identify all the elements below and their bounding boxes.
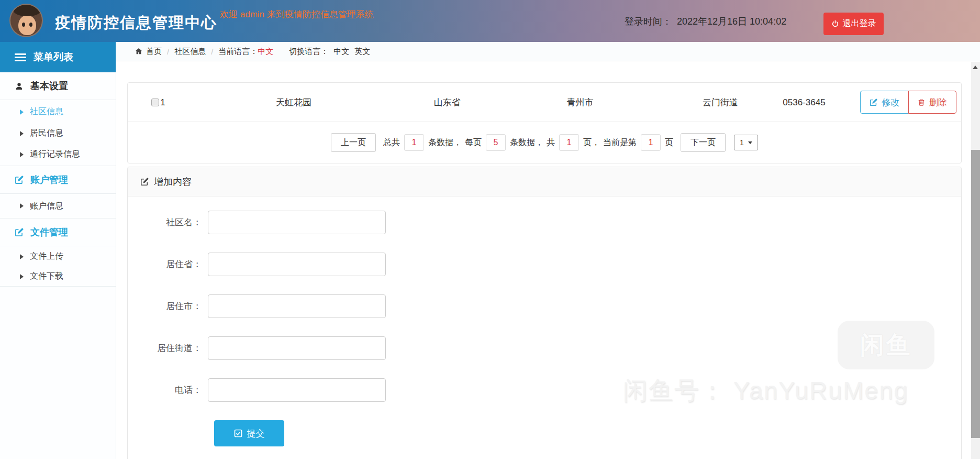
page-select-value: 1	[740, 138, 744, 147]
login-time-label: 登录时间：	[625, 16, 672, 27]
caret-right-icon	[20, 203, 24, 209]
sidebar-menu-title-label: 菜单列表	[34, 50, 73, 64]
submit-button-label: 提交	[247, 428, 265, 440]
pagination-total-suffix: 条数据，	[428, 137, 462, 148]
row-checkbox[interactable]	[151, 99, 159, 106]
pagination-total-prefix: 总共	[383, 137, 400, 148]
cell-phone: 0536-3645	[783, 83, 825, 122]
form-row-street: 居住街道：	[128, 336, 961, 360]
breadcrumb: 首页 / 社区信息 / 当前语言： 中文 切换语言： 中文 英文	[116, 42, 980, 61]
street-label: 居住街道：	[128, 342, 208, 354]
breadcrumb-separator: /	[167, 47, 169, 56]
edit-icon	[15, 228, 24, 237]
pagination-pages-suffix: 页，	[583, 137, 600, 148]
sidebar-item-label: 账户信息	[30, 201, 63, 212]
province-label: 居住省：	[128, 258, 208, 270]
sidebar-item-label: 文件上传	[30, 251, 63, 262]
switch-language-label: 切换语言：	[289, 47, 328, 57]
caret-right-icon	[20, 254, 24, 259]
row-actions: 修改 删除	[860, 91, 956, 114]
caret-right-icon	[20, 110, 24, 115]
sidebar-section-label: 基本设置	[30, 80, 68, 92]
prev-page-button[interactable]: 上一页	[331, 133, 376, 152]
sidebar-section-label: 文件管理	[30, 226, 68, 238]
sidebar-item-resident-info[interactable]: 居民信息	[0, 124, 116, 143]
trash-icon	[918, 99, 925, 106]
sidebar-section-label: 账户管理	[30, 173, 68, 186]
sidebar-item-label: 社区信息	[30, 106, 63, 117]
phone-label: 电话：	[128, 384, 208, 396]
login-time: 登录时间：2022年12月16日 10:04:02	[625, 15, 786, 28]
form-row-phone: 电话：	[128, 378, 961, 402]
street-input[interactable]	[208, 336, 386, 360]
community-name-input[interactable]	[208, 211, 386, 234]
sidebar-section-basic-settings[interactable]: 基本设置	[0, 72, 116, 100]
total-count-box[interactable]: 1	[404, 134, 424, 151]
breadcrumb-separator: /	[211, 47, 213, 56]
next-page-button[interactable]: 下一页	[681, 133, 726, 152]
pagination-pages-prefix: 共	[547, 137, 555, 148]
add-content-header: 增加内容	[128, 167, 961, 196]
pages-count-box[interactable]: 1	[559, 134, 579, 151]
language-option-en[interactable]: 英文	[354, 47, 370, 57]
avatar-eye	[22, 23, 25, 27]
scrollbar-thumb[interactable]	[971, 150, 980, 438]
hamburger-icon	[15, 52, 26, 63]
pagination-current-prefix: 当前是第	[603, 137, 637, 148]
sidebar-item-label: 居民信息	[30, 128, 63, 139]
vertical-scrollbar[interactable]	[971, 62, 980, 459]
top-header: 疫情防控信息管理中心 欢迎 admin 来到疫情防控信息管理系统 登录时间：20…	[0, 0, 980, 42]
per-page-count-box[interactable]: 5	[486, 134, 506, 151]
language-option-zh[interactable]: 中文	[333, 47, 349, 57]
submit-button[interactable]: 提交	[214, 420, 284, 446]
table-row: 1 天虹花园 山东省 青州市 云门街道 0536-3645 修改	[128, 83, 961, 122]
sidebar-section-account-management[interactable]: 账户管理	[0, 166, 116, 194]
pagination-per-suffix: 条数据，	[510, 137, 543, 148]
breadcrumb-home[interactable]: 首页	[146, 47, 162, 57]
current-language-value: 中文	[258, 47, 273, 57]
current-page-box[interactable]: 1	[641, 134, 661, 151]
sidebar-item-label: 文件下载	[30, 271, 63, 282]
caret-right-icon	[20, 152, 24, 157]
add-content-title: 增加内容	[154, 176, 192, 188]
login-time-value: 2022年12月16日 10:04:02	[677, 16, 786, 27]
user-icon	[15, 82, 24, 91]
logout-button[interactable]: 退出登录	[823, 13, 884, 35]
sidebar-item-pass-records[interactable]: 通行记录信息	[0, 143, 116, 166]
breadcrumb-section[interactable]: 社区信息	[174, 47, 206, 57]
form-row-city: 居住市：	[128, 294, 961, 318]
sidebar-item-file-upload[interactable]: 文件上传	[0, 246, 116, 267]
cell-index: 1	[160, 83, 165, 122]
cell-community-name: 天虹花园	[276, 83, 311, 122]
caret-right-icon	[20, 131, 24, 136]
delete-button[interactable]: 删除	[908, 91, 956, 114]
community-table-panel: 1 天虹花园 山东省 青州市 云门街道 0536-3645 修改	[127, 82, 962, 163]
check-square-icon	[234, 429, 242, 438]
add-content-panel: 增加内容 社区名： 居住省： 居住市： 居住街道：	[127, 167, 962, 459]
province-input[interactable]	[208, 253, 386, 276]
add-content-form: 社区名： 居住省： 居住市： 居住街道： 电话：	[128, 196, 961, 446]
scrollbar-up-arrow-icon[interactable]	[973, 65, 978, 69]
cell-city: 青州市	[567, 83, 594, 122]
pagination-per-prefix: 每页	[465, 137, 482, 148]
avatar-face	[18, 15, 36, 35]
avatar	[9, 4, 43, 37]
sidebar-item-file-download[interactable]: 文件下载	[0, 267, 116, 287]
caret-right-icon	[20, 274, 24, 279]
power-icon	[831, 20, 839, 28]
sidebar-item-account-info[interactable]: 账户信息	[0, 194, 116, 218]
chevron-down-icon	[748, 141, 752, 144]
sidebar-item-community-info[interactable]: 社区信息	[0, 100, 116, 124]
current-language-label: 当前语言：	[218, 47, 258, 57]
sidebar-section-file-management[interactable]: 文件管理	[0, 218, 116, 246]
sidebar-menu-title[interactable]: 菜单列表	[0, 42, 116, 72]
avatar-hat	[14, 5, 41, 16]
phone-input[interactable]	[208, 378, 386, 402]
sidebar: 菜单列表 基本设置 社区信息 居民信息 通行记录信息	[0, 42, 116, 459]
page-select[interactable]: 1	[734, 135, 758, 150]
edit-button[interactable]: 修改	[860, 91, 909, 114]
city-input[interactable]	[208, 294, 386, 318]
pagination: 上一页 总共 1 条数据， 每页 5 条数据， 共 1 页， 当前是第 1 页 …	[128, 122, 961, 163]
edit-icon	[870, 99, 877, 106]
edit-icon	[15, 176, 24, 184]
